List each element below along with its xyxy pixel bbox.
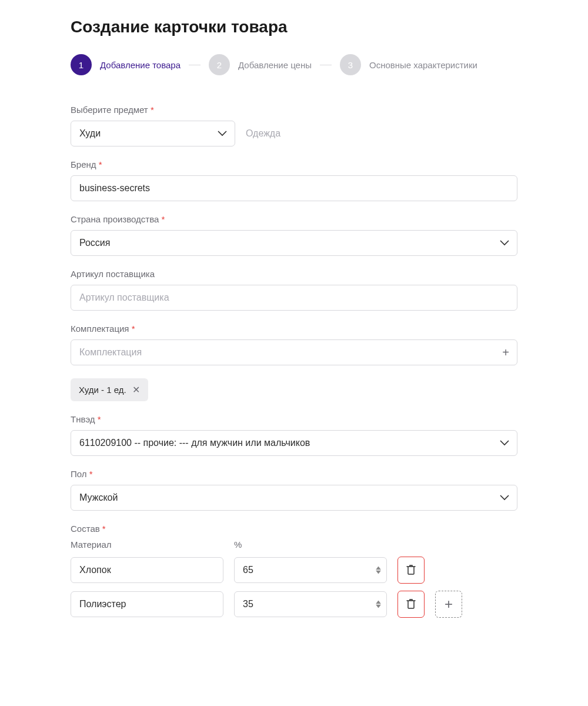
composition-material-input[interactable]	[71, 557, 223, 583]
step-3-num: 3	[340, 54, 361, 75]
step-3[interactable]: 3 Основные характеристики	[340, 54, 477, 75]
brand-input[interactable]	[71, 175, 517, 201]
supplier-sku-label: Артикул поставщика	[71, 269, 517, 279]
gender-label: Пол	[71, 469, 517, 479]
subject-category: Одежда	[246, 128, 280, 139]
subject-select[interactable]	[71, 121, 235, 146]
composition-material-input[interactable]	[71, 591, 223, 617]
composition-col-material: Материал	[71, 540, 223, 550]
composition-pct-input[interactable]	[234, 557, 387, 583]
step-1[interactable]: 1 Добавление товара	[71, 54, 181, 75]
composition-row	[71, 557, 517, 584]
delete-row-button[interactable]	[397, 557, 425, 584]
composition-label: Состав	[71, 524, 517, 534]
step-2-num: 2	[209, 54, 230, 75]
kit-input[interactable]	[71, 339, 517, 365]
composition-pct-input[interactable]	[234, 591, 387, 617]
trash-icon	[405, 598, 417, 611]
brand-label: Бренд	[71, 159, 517, 169]
composition-row: +	[71, 591, 517, 618]
trash-icon	[405, 564, 417, 577]
kit-tag-text: Худи - 1 ед.	[79, 385, 126, 395]
tnved-label: Тнвэд	[71, 414, 517, 424]
kit-label: Комплектация	[71, 324, 517, 334]
step-3-label: Основные характеристики	[369, 60, 477, 70]
page-title: Создание карточки товара	[71, 18, 517, 36]
supplier-sku-input[interactable]	[71, 285, 517, 311]
composition-col-pct: %	[234, 540, 387, 550]
close-icon[interactable]: ✕	[132, 384, 140, 395]
stepper: 1 Добавление товара 2 Добавление цены 3 …	[71, 54, 517, 75]
subject-label: Выберите предмет	[71, 105, 517, 115]
add-row-button[interactable]: +	[435, 591, 462, 618]
step-2-label: Добавление цены	[238, 60, 312, 70]
kit-tag: Худи - 1 ед. ✕	[71, 378, 148, 401]
step-separator	[320, 65, 332, 65]
delete-row-button[interactable]	[397, 591, 425, 618]
step-2[interactable]: 2 Добавление цены	[209, 54, 312, 75]
country-label: Страна производства	[71, 214, 517, 224]
step-1-label: Добавление товара	[100, 60, 181, 70]
step-separator	[189, 65, 201, 65]
gender-select[interactable]	[71, 485, 517, 511]
plus-icon: +	[445, 596, 453, 612]
country-select[interactable]	[71, 230, 517, 256]
tnved-select[interactable]	[71, 430, 517, 456]
step-1-num: 1	[71, 54, 92, 75]
